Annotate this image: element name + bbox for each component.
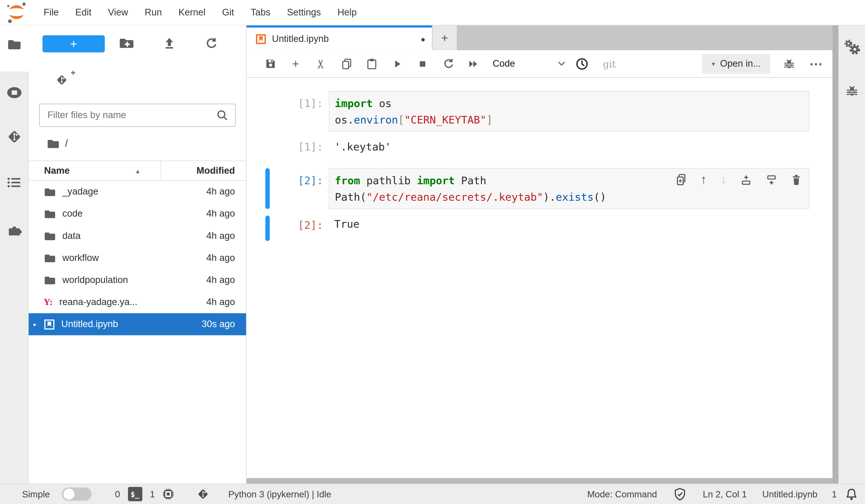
trusted-shield-icon[interactable] <box>673 487 686 501</box>
folder-icon <box>44 231 56 241</box>
git-clone-button[interactable]: + <box>52 73 72 87</box>
menu-run[interactable]: Run <box>136 0 170 25</box>
file-row[interactable]: worldpopulation 4h ago <box>29 269 246 291</box>
file-list: _yadage 4h ago code 4h ago data 4h ago w… <box>29 181 246 335</box>
menu-file[interactable]: File <box>35 0 67 25</box>
file-browser-tab[interactable] <box>0 39 29 50</box>
delete-cell-button[interactable] <box>791 174 801 186</box>
terminal-icon[interactable]: $_ <box>128 487 142 501</box>
running-kernels-tab[interactable] <box>0 86 29 99</box>
kernel-chip-icon[interactable] <box>162 488 174 500</box>
code-cell-1[interactable]: [1]: import os os.environ["CERN_KEYTAB"] <box>246 91 832 132</box>
code-token: pathlib <box>360 174 417 186</box>
simple-mode-toggle[interactable] <box>62 488 92 501</box>
code-token: ) <box>543 191 550 203</box>
new-folder-button[interactable] <box>119 37 134 49</box>
code-token: from <box>335 174 360 186</box>
home-folder-icon[interactable] <box>47 139 60 149</box>
duplicate-cell-button[interactable] <box>676 174 687 186</box>
cursor-position[interactable]: Ln 2, Col 1 <box>703 489 747 499</box>
yaml-file-icon: Y: <box>44 297 53 308</box>
column-modified[interactable]: Modified <box>196 165 235 176</box>
open-in-label: Open in... <box>720 58 761 69</box>
bell-icon[interactable] <box>846 488 857 501</box>
execution-time-button[interactable] <box>573 55 591 72</box>
cell-1-editor[interactable]: import os os.environ["CERN_KEYTAB"] <box>329 91 809 132</box>
debugger-button[interactable] <box>782 56 796 71</box>
sort-ascending-icon[interactable]: ▲ <box>135 167 141 174</box>
cut-cells-button[interactable]: ✂ <box>308 50 334 78</box>
run-cell-button[interactable] <box>384 50 410 78</box>
menu-kernel[interactable]: Kernel <box>170 0 214 25</box>
cell-2-output: [2]: True <box>246 215 832 241</box>
restart-kernel-button[interactable] <box>435 50 461 78</box>
paste-icon <box>366 58 377 70</box>
menu-tabs[interactable]: Tabs <box>242 0 279 25</box>
plus-glyph: + <box>71 68 76 77</box>
menu-help[interactable]: Help <box>329 0 365 25</box>
breadcrumb-root[interactable]: / <box>65 138 68 150</box>
output-text: '.keytab' <box>334 138 391 155</box>
git-tab[interactable] <box>0 129 29 144</box>
command-mode-indicator[interactable]: Mode: Command <box>587 489 657 499</box>
new-tab-button[interactable]: + <box>432 25 457 50</box>
file-row[interactable]: _yadage 4h ago <box>29 181 246 203</box>
restart-run-all-button[interactable] <box>461 50 486 78</box>
kernel-status[interactable]: Python 3 (ipykernel) | Idle <box>228 489 331 499</box>
tab-untitled-ipynb[interactable]: Untitled.ipynb ● <box>246 25 432 50</box>
plus-icon: + <box>292 57 299 71</box>
menu-git[interactable]: Git <box>214 0 242 25</box>
column-name[interactable]: Name <box>44 165 70 176</box>
new-launcher-button[interactable]: + <box>43 35 105 52</box>
menu-view[interactable]: View <box>100 0 137 25</box>
insert-cell-above-button[interactable] <box>740 174 752 186</box>
file-row[interactable]: code 4h ago <box>29 203 246 225</box>
menu-settings[interactable]: Settings <box>279 0 329 25</box>
move-cell-up-button[interactable]: ↑ <box>701 173 707 187</box>
table-of-contents-tab[interactable] <box>0 177 29 188</box>
output-collapser[interactable] <box>265 215 270 241</box>
code-token: os <box>335 114 348 126</box>
panel-resizer[interactable] <box>832 25 839 484</box>
paste-cells-button[interactable] <box>359 50 384 78</box>
upload-button[interactable] <box>163 36 176 50</box>
move-cell-down-button[interactable]: ↓ <box>720 173 727 187</box>
save-button[interactable] <box>258 50 283 78</box>
interrupt-kernel-button[interactable] <box>410 50 435 78</box>
folder-icon <box>44 187 56 197</box>
open-in-button[interactable]: ▾ Open in... <box>703 54 770 73</box>
notebook-area: [1]: import os os.environ["CERN_KEYTAB"]… <box>246 78 832 478</box>
file-modified: 4h ago <box>206 209 235 220</box>
debugger-sidebar-tab[interactable] <box>839 84 865 97</box>
file-name: data <box>62 231 80 242</box>
cell-2-editor[interactable]: from pathlib import Path Path("/etc/rean… <box>329 168 809 209</box>
new-folder-icon <box>119 37 134 49</box>
property-inspector-tab[interactable] <box>839 39 865 55</box>
dirty-indicator-dot[interactable]: ● <box>420 35 425 43</box>
cut-icon: ✂ <box>314 59 328 69</box>
column-divider <box>161 161 161 180</box>
code-token: import <box>417 174 455 186</box>
refresh-button[interactable] <box>205 37 217 50</box>
copy-cells-button[interactable] <box>334 50 359 78</box>
file-row[interactable]: workflow 4h ago <box>29 247 246 269</box>
input-collapser[interactable] <box>265 168 270 209</box>
notification-count[interactable]: 1 <box>832 489 837 499</box>
breadcrumb: / <box>47 138 68 150</box>
insert-cell-button[interactable]: + <box>283 50 309 78</box>
filter-files-input[interactable] <box>46 109 216 121</box>
git-status-icon[interactable] <box>196 488 210 501</box>
file-row[interactable]: Y: reana-yadage.ya... 4h ago <box>29 291 246 313</box>
menu-edit[interactable]: Edit <box>67 0 100 25</box>
insert-cell-below-button[interactable] <box>766 174 777 186</box>
active-file-name[interactable]: Untitled.ipynb <box>762 489 817 499</box>
code-cell-2-active[interactable]: [2]: from pathlib import Path Path("/etc… <box>246 168 832 209</box>
file-modified: 4h ago <box>206 253 235 263</box>
terminals-count[interactable]: 0 <box>115 489 120 499</box>
extension-manager-tab[interactable] <box>0 223 29 237</box>
file-row[interactable]: data 4h ago <box>29 225 246 247</box>
file-row-selected[interactable]: • Untitled.ipynb 30s ago <box>29 313 246 335</box>
kernels-count[interactable]: 1 <box>150 489 155 499</box>
cell-type-dropdown[interactable]: Code <box>493 54 565 73</box>
more-commands-button[interactable]: ⋯ <box>808 57 823 70</box>
